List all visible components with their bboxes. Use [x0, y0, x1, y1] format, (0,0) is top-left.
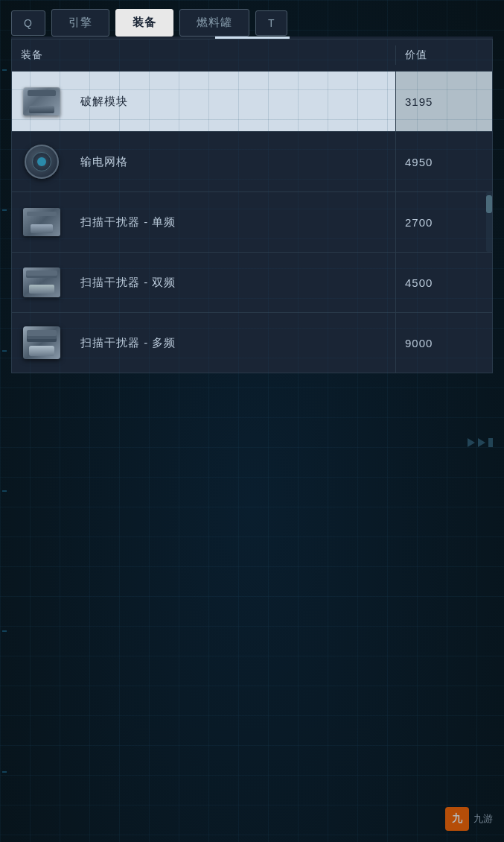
item-icon-cell: [12, 136, 71, 187]
item-name: 扫描干扰器 - 多频: [71, 336, 395, 350]
cracker-icon: [22, 82, 61, 121]
playback-controls: [468, 438, 493, 447]
jammer-single-icon: [22, 203, 61, 241]
tab-fuel[interactable]: 燃料罐: [179, 9, 249, 37]
table-row[interactable]: 扫描干扰器 - 双频 4500: [12, 253, 492, 313]
equipment-panel: 装备 价值 破解模块 3195 输电网格 4950 扫描干扰器 - 单频: [11, 39, 493, 373]
watermark: 九 九游: [445, 807, 493, 831]
jammer-multi-icon: [22, 323, 61, 362]
item-name: 破解模块: [71, 95, 395, 109]
table-row[interactable]: 输电网格 4950: [12, 132, 492, 192]
item-value: 4950: [395, 132, 492, 191]
item-icon-cell: [12, 197, 71, 247]
nav-tab-bar: Q 引擎 装备 燃料罐 T: [0, 0, 504, 37]
watermark-logo: 九: [445, 807, 469, 831]
item-value: 2700: [395, 192, 492, 252]
left-decoration: [2, 0, 7, 842]
table-row[interactable]: 破解模块 3195: [12, 72, 492, 132]
item-name: 扫描干扰器 - 单频: [71, 215, 395, 230]
header-col-value: 价值: [395, 45, 492, 65]
item-name: 扫描干扰器 - 双频: [71, 276, 395, 290]
jammer-dual-icon: [22, 263, 61, 302]
item-value: 4500: [395, 253, 492, 312]
network-icon: [22, 142, 61, 181]
item-name: 输电网格: [71, 155, 395, 169]
tab-q[interactable]: Q: [11, 10, 45, 36]
watermark-text: 九游: [473, 812, 493, 826]
item-value: 9000: [395, 313, 492, 373]
table-row[interactable]: 扫描干扰器 - 多频 9000: [12, 313, 492, 373]
table-row[interactable]: 扫描干扰器 - 单频 2700: [12, 192, 492, 253]
item-value: 3195: [395, 72, 492, 131]
play-icon: [468, 438, 475, 447]
skip-icon: [488, 438, 493, 447]
tab-t[interactable]: T: [255, 10, 288, 36]
table-header: 装备 价值: [12, 39, 492, 72]
tab-indicator: [11, 37, 493, 39]
item-icon-cell: [12, 257, 71, 308]
tab-engine[interactable]: 引擎: [51, 9, 109, 37]
header-col-name: 装备: [12, 45, 395, 65]
next-icon: [478, 438, 485, 447]
item-icon-cell: [12, 76, 71, 127]
tab-equipment[interactable]: 装备: [115, 9, 173, 37]
item-icon-cell: [12, 317, 71, 368]
